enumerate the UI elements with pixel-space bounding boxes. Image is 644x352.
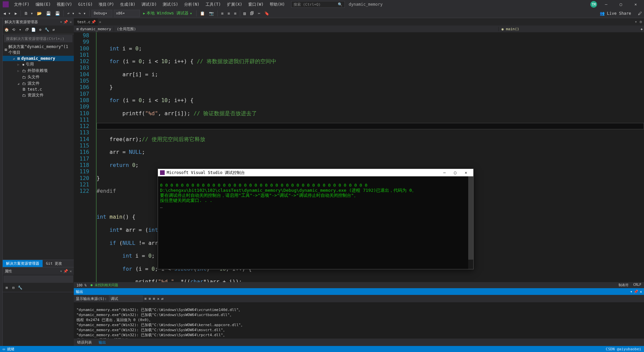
tab-git-changes[interactable]: Git 更改 — [43, 260, 66, 267]
tb-icon-4[interactable]: ≡ — [226, 10, 231, 16]
console-scrollbar[interactable] — [468, 176, 473, 269]
start-debug-button[interactable]: 本地 Windows 调试器 ▾ — [141, 10, 194, 16]
console-minimize[interactable]: — — [439, 170, 450, 175]
menu-edit[interactable]: 编辑(E) — [33, 1, 54, 8]
tb-icon-7[interactable]: 🗐 — [249, 10, 255, 16]
home-icon[interactable]: 🏠 — [4, 27, 9, 33]
menu-project[interactable]: 项目(P) — [96, 1, 117, 8]
tab-solution-explorer[interactable]: 解决方案资源管理器 — [3, 260, 43, 267]
redo-btn[interactable]: ↷ ▾ — [77, 10, 87, 16]
editor-tab-testc[interactable]: test.c📌✕ — [74, 18, 98, 26]
new-btn[interactable]: 🗎 ▾ — [23, 10, 34, 16]
indent-mode[interactable]: 制表符 — [619, 283, 629, 288]
tb-icon-8[interactable]: ✂ — [257, 10, 262, 16]
out-tool-5[interactable]: ⇄ — [161, 297, 164, 301]
save-btn[interactable]: 💾 — [45, 10, 52, 16]
pin-icon[interactable]: 📌 — [634, 290, 638, 294]
menu-git[interactable]: Git(G) — [75, 1, 95, 7]
menu-analyze[interactable]: 分析(N) — [181, 1, 202, 8]
tb-icon-1[interactable]: 📋 — [199, 10, 206, 16]
menu-view[interactable]: 视图(V) — [54, 1, 75, 8]
dropdown-icon[interactable]: ▾ — [60, 269, 62, 273]
maximize-button[interactable]: ▢ — [615, 2, 627, 7]
explorer-search[interactable]: 搜索解决方案资源管理器(Ctrl+;) — [4, 35, 72, 42]
open-btn[interactable]: 📂 — [36, 10, 43, 16]
crumb-scope[interactable]: (全局范围) — [114, 27, 498, 32]
tool-icon[interactable]: ▾ — [17, 27, 23, 33]
sync-icon[interactable]: ⟲ — [11, 27, 16, 33]
close-icon[interactable]: ✕ — [640, 290, 642, 294]
console-titlebar[interactable]: Microsoft Visual Studio 调试控制台 — ▢ ✕ — [158, 169, 473, 176]
menu-tools[interactable]: 工具(T) — [203, 1, 224, 8]
menu-file[interactable]: 文件(F) — [11, 1, 32, 8]
dropdown-icon[interactable]: ▾ — [60, 20, 62, 24]
saveall-btn[interactable]: 💾 — [54, 10, 61, 16]
nav-fwd[interactable]: ▶ — [13, 10, 18, 16]
close-icon[interactable]: ✕ — [69, 269, 72, 273]
out-tool-2[interactable]: ≡ — [149, 297, 151, 301]
menu-window[interactable]: 窗口(W) — [246, 1, 266, 8]
project-node[interactable]: ◢⊞ dynamic_memory — [3, 56, 74, 61]
zoom-level[interactable]: 100 % — [76, 283, 87, 287]
tool-icon-3[interactable]: 📄 — [31, 27, 36, 33]
platform-select[interactable]: x86 ▾ — [114, 10, 140, 17]
console-close[interactable]: ✕ — [461, 170, 471, 175]
tb-icon-3[interactable]: ≡ — [220, 10, 225, 16]
menu-help[interactable]: 帮助(H) — [267, 1, 288, 8]
menu-build[interactable]: 生成(B) — [117, 1, 138, 8]
live-share-button[interactable]: 👥 Live Share 🖊 — [600, 11, 642, 16]
quick-search[interactable]: 搜索 (Ctrl+Q)🔍 — [291, 1, 345, 8]
menu-debug[interactable]: 调试(D) — [139, 1, 160, 8]
tb-icon-2[interactable]: 📷 — [208, 10, 215, 16]
tb-icon-5[interactable]: ≡ — [233, 10, 238, 16]
tool-icon-5[interactable]: 🔧 — [44, 27, 50, 33]
out-tool-1[interactable]: ≡ — [145, 297, 147, 301]
tb-icon-6[interactable]: ▤ — [242, 10, 247, 16]
tb-icon-9[interactable]: 🔖 — [263, 10, 271, 16]
file-node[interactable]: 🗎 test.c — [3, 87, 74, 92]
menu-extensions[interactable]: 扩展(X) — [224, 1, 245, 8]
output-content[interactable]: "dynamic_memory.exe"(Win32): 已加载"C:\Wind… — [74, 302, 644, 339]
external-deps-node[interactable]: ▷🗀 外部依赖项 — [3, 68, 74, 74]
properties-panel: 属性▾📌✕ ⊞⊟🔧 — [3, 267, 74, 346]
out-tool-3[interactable]: ≡ — [153, 297, 155, 301]
issues-status[interactable]: ● 未找到相关问题 — [91, 283, 118, 288]
fold-margin[interactable] — [93, 32, 97, 282]
pin-icon[interactable]: 📌 — [91, 20, 96, 24]
editor-dropdown[interactable]: ▾ ⚙ — [633, 19, 644, 24]
references-node[interactable]: ▷▪ 引用 — [3, 61, 74, 68]
breadcrumb: ⊞ dynamic_memory (全局范围) ◉ main() ✚ — [74, 26, 644, 32]
source-node[interactable]: ◢🗀 源文件 — [3, 80, 74, 87]
pin-icon[interactable]: 📌 — [63, 269, 68, 273]
user-avatar[interactable]: TM — [590, 1, 597, 8]
props-icon-3[interactable]: 🔧 — [17, 285, 23, 291]
props-icon-1[interactable]: ⊞ — [4, 285, 9, 291]
props-icon-2[interactable]: ⊟ — [11, 285, 16, 291]
minimize-button[interactable]: — — [600, 2, 612, 7]
out-tool-4[interactable]: ✕ — [157, 297, 159, 301]
solution-node[interactable]: ⊞ 解决方案"dynamic_memory"(1 个项目 — [3, 44, 74, 56]
close-icon[interactable]: ✕ — [99, 20, 101, 24]
tool-icon-2[interactable]: 🗗 — [24, 27, 30, 33]
resource-node[interactable]: 🗀 资源文件 — [3, 92, 74, 98]
split-icon[interactable]: ✚ — [639, 27, 644, 31]
tool-icon-4[interactable]: ⚙ — [38, 27, 43, 33]
pin-icon[interactable]: 📌 — [63, 20, 68, 24]
close-icon[interactable]: ✕ — [69, 20, 72, 24]
console-maximize[interactable]: ▢ — [450, 170, 461, 175]
menu-test[interactable]: 测试(S) — [160, 1, 181, 8]
close-button[interactable]: ✕ — [630, 2, 641, 7]
undo-btn[interactable]: ↶ ▾ — [66, 10, 76, 16]
crumb-function[interactable]: ◉ main() — [498, 27, 639, 31]
nav-back[interactable]: ◀ ▾ — [2, 10, 12, 16]
tab-output[interactable]: 输出 — [95, 339, 109, 346]
config-select[interactable]: Debug ▾ — [92, 10, 112, 17]
output-source-select[interactable]: 调试 — [109, 296, 143, 302]
debug-console-window[interactable]: Microsoft Visual Studio 调试控制台 — ▢ ✕ 0 0 … — [158, 169, 474, 269]
tool-icon-6[interactable]: ⇄ — [51, 27, 56, 33]
tab-error-list[interactable]: 错误列表 — [74, 339, 95, 346]
line-ending[interactable]: CRLF — [633, 283, 641, 288]
crumb-project[interactable]: ⊞ dynamic_memory — [74, 27, 114, 31]
headers-node[interactable]: 🗀 头文件 — [3, 74, 74, 80]
dropdown-icon[interactable]: ▾ — [630, 290, 633, 294]
